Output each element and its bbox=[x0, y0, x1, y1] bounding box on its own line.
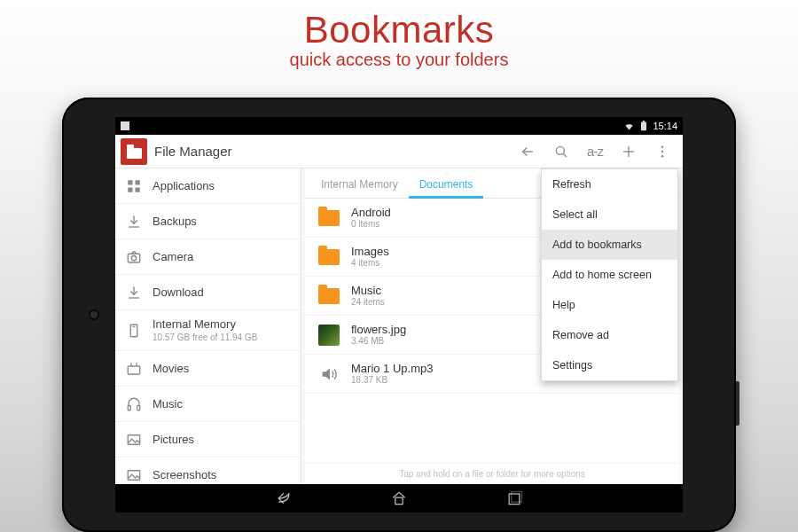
search-button[interactable] bbox=[544, 135, 578, 168]
promo-heading: Bookmarks quick access to your folders bbox=[0, 0, 798, 70]
sidebar-item-applications[interactable]: Applications bbox=[115, 168, 301, 204]
file-meta: 24 items bbox=[351, 297, 385, 308]
status-time: 15:14 bbox=[653, 121, 677, 131]
menu-label: Add to bookmarks bbox=[552, 239, 642, 251]
overflow-button[interactable] bbox=[645, 135, 679, 168]
svg-point-8 bbox=[661, 155, 663, 157]
svg-rect-27 bbox=[128, 470, 140, 480]
sidebar-item-label: Movies bbox=[153, 362, 189, 375]
nav-home-icon[interactable] bbox=[390, 489, 408, 507]
menu-label: Refresh bbox=[552, 178, 591, 191]
svg-rect-0 bbox=[641, 122, 646, 131]
tablet-frame: 15:14 File Manager a-z bbox=[62, 98, 736, 532]
sidebar-item-label: Applications bbox=[153, 179, 215, 192]
menu-item-remove-ad[interactable]: Remove ad bbox=[542, 320, 677, 350]
file-meta: 3.46 MB bbox=[351, 336, 406, 347]
svg-rect-9 bbox=[128, 180, 132, 184]
file-meta: 4 items bbox=[351, 258, 389, 269]
svg-point-2 bbox=[556, 146, 564, 154]
menu-item-add-bookmarks[interactable]: Add to bookmarks bbox=[542, 230, 677, 260]
menu-label: Help bbox=[552, 299, 575, 311]
file-meta: 0 items bbox=[351, 219, 391, 230]
menu-label: Remove ad bbox=[552, 329, 609, 341]
pictures-icon bbox=[126, 432, 142, 448]
headphones-icon bbox=[126, 396, 142, 412]
sidebar-item-screenshots[interactable]: Screenshots bbox=[115, 458, 301, 484]
sidebar-item-download[interactable]: Download bbox=[115, 275, 301, 310]
nav-recent-icon[interactable] bbox=[505, 489, 523, 507]
svg-rect-11 bbox=[128, 187, 132, 192]
tablet-screen: 15:14 File Manager a-z bbox=[115, 117, 683, 512]
folder-icon bbox=[317, 246, 340, 269]
svg-rect-21 bbox=[128, 366, 140, 374]
sidebar-item-label: Music bbox=[153, 397, 183, 411]
movies-icon bbox=[126, 361, 142, 377]
folder-icon bbox=[317, 207, 340, 230]
add-button[interactable] bbox=[612, 135, 645, 168]
file-meta: 18.37 KB bbox=[351, 375, 433, 386]
app-bar: File Manager a-z bbox=[115, 135, 683, 168]
svg-rect-1 bbox=[643, 121, 645, 122]
sidebar-item-camera[interactable]: Camera bbox=[115, 239, 301, 275]
sidebar-item-music[interactable]: Music bbox=[115, 387, 301, 422]
sidebar-item-label: Pictures bbox=[153, 433, 194, 446]
nav-back-icon[interactable] bbox=[275, 489, 293, 507]
svg-rect-26 bbox=[128, 434, 140, 444]
svg-rect-24 bbox=[128, 405, 130, 410]
menu-label: Settings bbox=[552, 359, 592, 372]
app-icon bbox=[121, 138, 147, 165]
camera-icon bbox=[126, 249, 142, 265]
promo-subtitle: quick access to your folders bbox=[0, 50, 798, 70]
menu-label: Add to home screen bbox=[552, 269, 652, 281]
sort-button[interactable]: a-z bbox=[578, 135, 612, 168]
battery-icon bbox=[640, 121, 647, 131]
menu-item-add-homescreen[interactable]: Add to home screen bbox=[542, 260, 677, 290]
folder-icon bbox=[317, 285, 340, 308]
status-right: 15:14 bbox=[623, 121, 677, 131]
svg-line-3 bbox=[563, 153, 567, 157]
sidebar-item-internal-memory[interactable]: Internal Memory 10.57 GB free of 11.94 G… bbox=[115, 310, 301, 351]
storage-icon bbox=[126, 323, 142, 339]
file-name: Android bbox=[351, 206, 391, 220]
status-app-indicator bbox=[121, 121, 129, 130]
svg-rect-28 bbox=[395, 497, 403, 505]
svg-rect-25 bbox=[137, 405, 140, 410]
image-thumb-icon bbox=[317, 324, 340, 347]
promo-title: Bookmarks bbox=[0, 9, 798, 51]
svg-rect-10 bbox=[136, 180, 140, 184]
list-hint: Tap and hold on a file or folder for mor… bbox=[305, 463, 679, 484]
file-name: flowers.jpg bbox=[351, 323, 406, 337]
sidebar-item-label: Screenshots bbox=[153, 468, 216, 481]
tab-label: Documents bbox=[419, 178, 473, 191]
sidebar-item-label: Download bbox=[153, 286, 204, 299]
sort-label: a-z bbox=[587, 144, 603, 159]
menu-item-select-all[interactable]: Select all bbox=[542, 200, 677, 230]
tab-internal-memory[interactable]: Internal Memory bbox=[310, 178, 409, 199]
svg-rect-12 bbox=[136, 187, 140, 192]
sidebar-item-pictures[interactable]: Pictures bbox=[115, 422, 301, 458]
menu-item-refresh[interactable]: Refresh bbox=[542, 169, 677, 200]
sidebar-item-movies[interactable]: Movies bbox=[115, 351, 301, 387]
android-nav-bar bbox=[115, 484, 683, 512]
tab-label: Internal Memory bbox=[321, 178, 398, 191]
menu-item-settings[interactable]: Settings bbox=[542, 350, 677, 380]
download-icon bbox=[126, 214, 142, 230]
overflow-menu: Refresh Select all Add to bookmarks Add … bbox=[541, 168, 678, 381]
apps-icon bbox=[126, 178, 142, 194]
audio-icon bbox=[317, 363, 340, 386]
wifi-icon bbox=[623, 121, 635, 131]
sidebar-item-meta: 10.57 GB free of 11.94 GB bbox=[153, 332, 257, 343]
menu-label: Select all bbox=[552, 208, 598, 221]
menu-item-help[interactable]: Help bbox=[542, 290, 677, 320]
sidebar-item-backups[interactable]: Backups bbox=[115, 204, 301, 239]
tab-documents[interactable]: Documents bbox=[409, 178, 484, 199]
file-name: Mario 1 Up.mp3 bbox=[351, 362, 433, 376]
back-button[interactable] bbox=[511, 135, 544, 168]
svg-point-16 bbox=[131, 255, 136, 260]
file-name: Images bbox=[351, 245, 389, 259]
svg-rect-29 bbox=[509, 494, 520, 505]
app-title: File Manager bbox=[154, 144, 232, 159]
status-bar: 15:14 bbox=[115, 117, 683, 135]
sidebar-item-label: Internal Memory bbox=[153, 317, 257, 332]
file-name: Music bbox=[351, 284, 385, 298]
